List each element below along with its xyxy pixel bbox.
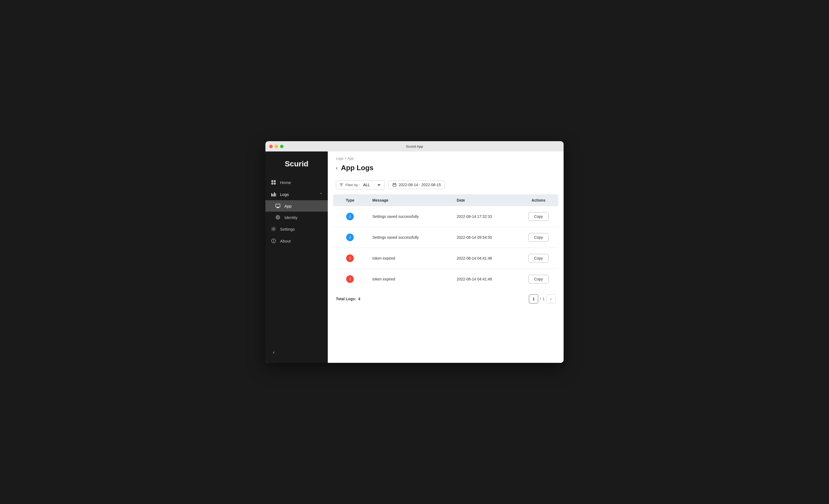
copy-button-1[interactable]: Copy <box>528 233 549 242</box>
svg-rect-0 <box>272 180 273 182</box>
next-page-button[interactable]: › <box>546 294 555 304</box>
cell-date-0: 2022-08-14 17:32:33 <box>452 206 519 227</box>
info-icon: i <box>346 213 354 220</box>
sidebar-item-logs[interactable]: Logs ⌃ <box>265 188 328 200</box>
fingerprint-icon <box>275 215 281 220</box>
copy-button-0[interactable]: Copy <box>528 212 549 221</box>
sidebar-item-app-label: App <box>284 204 292 208</box>
svg-rect-3 <box>274 183 276 185</box>
sidebar-nav: Home Logs ⌃ <box>265 174 328 342</box>
total-logs-text: Total Logs: <box>336 297 356 301</box>
app-body: Scurid Home <box>265 152 564 363</box>
svg-rect-5 <box>273 194 274 196</box>
sidebar-item-home-label: Home <box>280 180 291 185</box>
svg-point-13 <box>278 217 279 218</box>
info-icon: i <box>346 234 354 241</box>
cell-actions-3: Copy <box>519 269 558 290</box>
chart-icon <box>271 192 276 197</box>
cell-type-1: i <box>333 227 367 248</box>
sidebar: Scurid Home <box>265 152 328 363</box>
sidebar-item-app[interactable]: App <box>265 200 328 211</box>
cell-date-2: 2022-08-14 04:41:48 <box>452 248 519 269</box>
cell-message-2: token expired <box>367 248 452 269</box>
window-title: Scurid App <box>406 145 423 149</box>
cell-type-2: ! <box>333 248 367 269</box>
sidebar-item-settings-label: Settings <box>280 227 295 231</box>
table-row: i Settings saved successfully 2022-08-14… <box>333 206 558 227</box>
back-button[interactable]: ‹ <box>336 165 338 171</box>
col-header-message: Message <box>367 194 452 206</box>
date-range-picker[interactable]: 2022-08-14 - 2022-08-15 <box>389 181 445 189</box>
copy-button-2[interactable]: Copy <box>528 254 549 263</box>
svg-rect-1 <box>274 180 276 182</box>
sidebar-item-about-label: About <box>280 239 291 243</box>
page-header: ‹ App Logs <box>328 163 564 178</box>
sidebar-collapse-button[interactable]: ‹ <box>271 347 277 357</box>
maximize-button[interactable] <box>280 145 284 148</box>
svg-point-17 <box>273 240 274 240</box>
cell-type-0: i <box>333 206 367 227</box>
cell-message-1: Settings saved successfully <box>367 227 452 248</box>
svg-rect-4 <box>272 193 272 196</box>
svg-rect-21 <box>393 184 396 186</box>
svg-rect-7 <box>276 193 276 196</box>
close-button[interactable] <box>269 145 273 148</box>
breadcrumb: Logs > App <box>328 152 564 163</box>
logs-table-wrap: Type Message Date Actions i Settings sav… <box>333 194 558 289</box>
table-row: i Settings saved successfully 2022-08-14… <box>333 227 558 248</box>
total-logs-label: Total Logs: 4 <box>336 297 360 301</box>
titlebar: Scurid App <box>265 141 564 152</box>
page-total: 1 <box>542 297 545 301</box>
copy-button-3[interactable]: Copy <box>528 275 549 283</box>
cell-actions-1: Copy <box>519 227 558 248</box>
col-header-actions: Actions <box>519 194 558 206</box>
monitor-icon <box>275 203 281 209</box>
pagination: 1 / 1 › <box>529 294 555 304</box>
svg-point-14 <box>273 228 274 230</box>
app-window: Scurid App Scurid Home <box>265 141 564 363</box>
filter-label: Filter by : <box>346 183 360 187</box>
page-title: App Logs <box>341 164 373 172</box>
svg-rect-2 <box>272 183 273 185</box>
chevron-up-icon: ⌃ <box>320 192 322 196</box>
table-footer: Total Logs: 4 1 / 1 › <box>328 289 564 308</box>
filter-icon <box>339 183 343 186</box>
table-row: ! token expired 2022-08-14 04:41:48 Copy <box>333 248 558 269</box>
col-header-type: Type <box>333 194 367 206</box>
calendar-icon <box>393 183 396 187</box>
filter-select-wrap[interactable]: Filter by : ALL INFO ERROR <box>336 180 385 189</box>
app-logo: Scurid <box>265 152 328 174</box>
sidebar-item-identity[interactable]: Identity <box>265 211 328 223</box>
table-row: ! token expired 2022-08-14 04:41:48 Copy <box>333 269 558 290</box>
cell-date-3: 2022-08-14 04:41:48 <box>452 269 519 290</box>
sidebar-item-settings[interactable]: Settings <box>265 223 328 235</box>
svg-rect-6 <box>274 192 275 196</box>
sidebar-bottom: ‹ <box>265 342 328 363</box>
page-1-button[interactable]: 1 <box>529 294 538 304</box>
cell-actions-2: Copy <box>519 248 558 269</box>
page-separator: / <box>540 297 541 301</box>
logs-table: Type Message Date Actions i Settings sav… <box>333 194 558 289</box>
table-header-row: Type Message Date Actions <box>333 194 558 206</box>
error-icon: ! <box>346 255 354 262</box>
grid-icon <box>271 180 276 185</box>
sidebar-item-home[interactable]: Home <box>265 177 328 188</box>
traffic-lights <box>269 145 284 148</box>
info-circle-icon <box>271 238 276 244</box>
date-range-value: 2022-08-14 - 2022-08-15 <box>398 183 441 187</box>
error-icon: ! <box>346 275 354 283</box>
sidebar-item-identity-label: Identity <box>284 215 297 220</box>
cell-message-0: Settings saved successfully <box>367 206 452 227</box>
main-content: Logs > App ‹ App Logs Filter by : <box>328 152 564 363</box>
cell-type-3: ! <box>333 269 367 290</box>
gear-icon <box>271 226 276 232</box>
cell-actions-0: Copy <box>519 206 558 227</box>
cell-date-1: 2022-08-14 09:54:50 <box>452 227 519 248</box>
total-logs-count: 4 <box>358 297 360 301</box>
filter-bar: Filter by : ALL INFO ERROR <box>328 178 564 194</box>
sidebar-item-about[interactable]: About <box>265 235 328 247</box>
svg-rect-8 <box>276 204 280 207</box>
minimize-button[interactable] <box>275 145 278 148</box>
sidebar-item-logs-label: Logs <box>280 192 289 197</box>
filter-select[interactable]: ALL INFO ERROR <box>362 182 381 187</box>
